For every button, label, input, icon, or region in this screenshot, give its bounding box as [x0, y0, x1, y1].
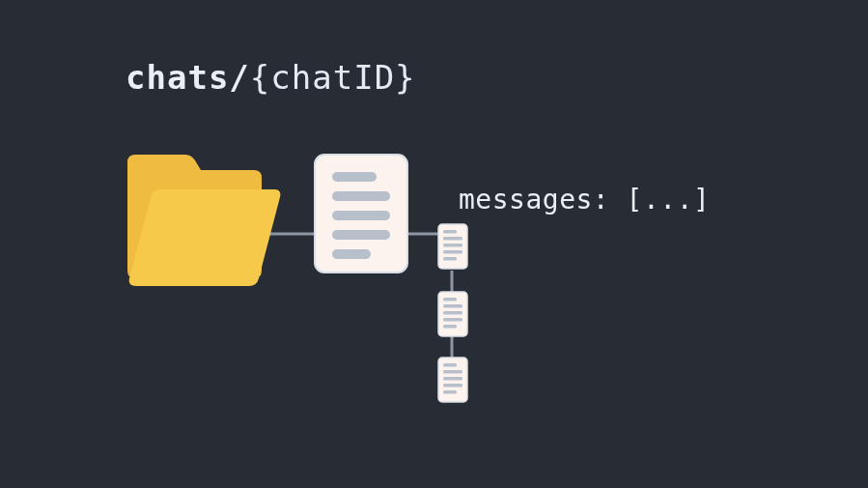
svg-rect-9 [332, 249, 371, 259]
folder-icon [127, 155, 280, 286]
svg-rect-19 [443, 311, 462, 315]
svg-rect-14 [443, 250, 462, 254]
svg-rect-18 [443, 304, 462, 308]
message-item-icon [438, 358, 467, 402]
svg-rect-27 [443, 390, 457, 394]
svg-rect-23 [443, 363, 457, 367]
svg-rect-20 [443, 318, 462, 322]
svg-rect-13 [443, 244, 462, 247]
message-item-icon [438, 292, 467, 336]
message-item-icon [438, 224, 467, 269]
svg-rect-6 [332, 191, 390, 201]
svg-rect-12 [443, 237, 462, 241]
svg-rect-5 [332, 172, 377, 182]
svg-rect-11 [443, 230, 457, 234]
message-list [438, 224, 467, 402]
svg-rect-7 [332, 211, 390, 220]
structure-diagram [0, 0, 868, 488]
svg-rect-15 [443, 257, 457, 261]
svg-rect-17 [443, 298, 457, 301]
svg-rect-25 [443, 377, 462, 381]
svg-rect-26 [443, 384, 462, 388]
document-icon [315, 155, 407, 273]
svg-rect-24 [443, 370, 462, 374]
svg-rect-21 [443, 325, 457, 329]
svg-rect-8 [332, 230, 390, 240]
